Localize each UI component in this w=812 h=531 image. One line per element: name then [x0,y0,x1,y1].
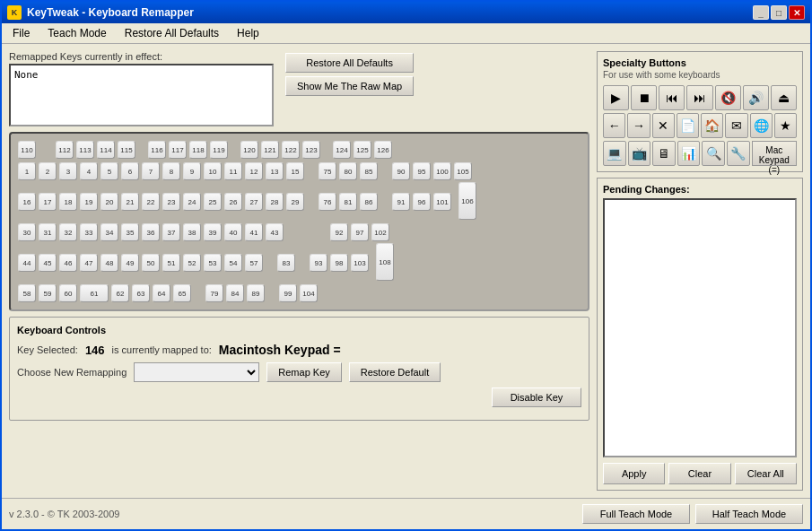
apply-button[interactable]: Apply [603,463,665,484]
key-21[interactable]: 21 [121,193,139,211]
key-19[interactable]: 19 [80,193,98,211]
key-120[interactable]: 120 [240,141,258,159]
key-86[interactable]: 86 [360,193,378,211]
key-84[interactable]: 84 [226,284,244,302]
key-41[interactable]: 41 [245,223,263,241]
key-32[interactable]: 32 [59,223,77,241]
key-29[interactable]: 29 [286,193,304,211]
full-teach-mode-button[interactable]: Full Teach Mode [582,504,690,524]
key-47[interactable]: 47 [80,254,98,272]
key-113[interactable]: 113 [76,141,94,159]
key-96[interactable]: 96 [413,193,431,211]
key-16[interactable]: 16 [18,193,36,211]
specialty-btn-mute[interactable]: 🔇 [715,85,741,110]
key-39[interactable]: 39 [204,223,222,241]
key-38[interactable]: 38 [183,223,201,241]
key-8[interactable]: 8 [162,162,180,180]
specialty-btn-home[interactable]: 🏠 [701,113,723,138]
specialty-btn-cancel[interactable]: ✕ [652,113,675,138]
clear-all-button[interactable]: Clear All [735,463,797,484]
key-97[interactable]: 97 [351,223,369,241]
specialty-btn-chart[interactable]: 📊 [677,141,701,166]
key-57[interactable]: 57 [245,254,263,272]
specialty-btn-play[interactable]: ▶ [603,85,629,110]
key-18[interactable]: 18 [59,193,77,211]
disable-key-button[interactable]: Disable Key [492,387,581,407]
key-51[interactable]: 51 [162,254,180,272]
key-31[interactable]: 31 [39,223,57,241]
specialty-btn-eject[interactable]: ⏏ [771,85,797,110]
close-button[interactable]: ✕ [789,5,805,20]
key-37[interactable]: 37 [162,223,180,241]
specialty-btn-next[interactable]: ⏭ [686,85,712,110]
key-63[interactable]: 63 [132,284,150,302]
menu-teach-mode[interactable]: Teach Mode [40,25,113,41]
key-59[interactable]: 59 [39,284,57,302]
remap-select[interactable] [134,362,259,382]
key-10[interactable]: 10 [204,162,222,180]
key-13[interactable]: 13 [266,162,284,180]
key-60[interactable]: 60 [59,284,77,302]
key-49[interactable]: 49 [121,254,139,272]
key-61[interactable]: 61 [80,284,109,302]
key-91[interactable]: 91 [392,193,410,211]
key-54[interactable]: 54 [224,254,242,272]
key-23[interactable]: 23 [162,193,180,211]
key-27[interactable]: 27 [245,193,263,211]
specialty-btn-vol-up[interactable]: 🔊 [743,85,769,110]
menu-restore-all-defaults[interactable]: Restore All Defaults [118,25,226,41]
key-44[interactable]: 44 [18,254,36,272]
key-40[interactable]: 40 [224,223,242,241]
key-90[interactable]: 90 [392,162,410,180]
key-116[interactable]: 116 [148,141,166,159]
key-35[interactable]: 35 [121,223,139,241]
key-98[interactable]: 98 [330,254,348,272]
key-11[interactable]: 11 [224,162,242,180]
key-5[interactable]: 5 [100,162,118,180]
key-103[interactable]: 103 [351,254,369,272]
key-22[interactable]: 22 [142,193,160,211]
key-125[interactable]: 125 [354,141,371,159]
restore-default-button[interactable]: Restore Default [349,362,441,382]
specialty-btn-web[interactable]: 🌐 [750,113,773,138]
key-83[interactable]: 83 [277,254,295,272]
key-122[interactable]: 122 [282,141,300,159]
key-104[interactable]: 104 [300,284,318,302]
key-126[interactable]: 126 [374,141,392,159]
remapped-textarea[interactable]: None [9,64,274,126]
key-100[interactable]: 100 [433,162,451,180]
show-raw-map-button[interactable]: Show Me The Raw Map [285,76,414,96]
key-43[interactable]: 43 [266,223,284,241]
menu-file[interactable]: File [5,25,37,41]
specialty-btn-stop[interactable]: ⏹ [631,85,657,110]
key-34[interactable]: 34 [100,223,118,241]
maximize-button[interactable]: □ [771,5,787,20]
key-28[interactable]: 28 [266,193,284,211]
key-3[interactable]: 3 [59,162,77,180]
key-53[interactable]: 53 [204,254,222,272]
key-119[interactable]: 119 [210,141,228,159]
key-52[interactable]: 52 [183,254,201,272]
key-123[interactable]: 123 [302,141,320,159]
specialty-btn-email[interactable]: ✉ [725,113,747,138]
key-45[interactable]: 45 [39,254,57,272]
key-75[interactable]: 75 [319,162,336,180]
clear-button[interactable]: Clear [668,463,730,484]
key-101[interactable]: 101 [433,193,451,211]
key-1[interactable]: 1 [18,162,36,180]
key-79[interactable]: 79 [205,284,223,302]
key-80[interactable]: 80 [339,162,357,180]
key-76[interactable]: 76 [319,193,336,211]
specialty-btn-monitor[interactable]: 🖥 [652,141,676,166]
key-124[interactable]: 124 [333,141,351,159]
specialty-btn-prev[interactable]: ⏮ [659,85,685,110]
key-12[interactable]: 12 [245,162,263,180]
key-48[interactable]: 48 [100,254,118,272]
key-50[interactable]: 50 [142,254,160,272]
specialty-btn-search[interactable]: 🔍 [702,141,725,166]
specialty-btn-fav[interactable]: ★ [774,113,797,138]
key-26[interactable]: 26 [224,193,242,211]
key-121[interactable]: 121 [261,141,279,159]
key-7[interactable]: 7 [142,162,160,180]
key-112[interactable]: 112 [56,141,74,159]
